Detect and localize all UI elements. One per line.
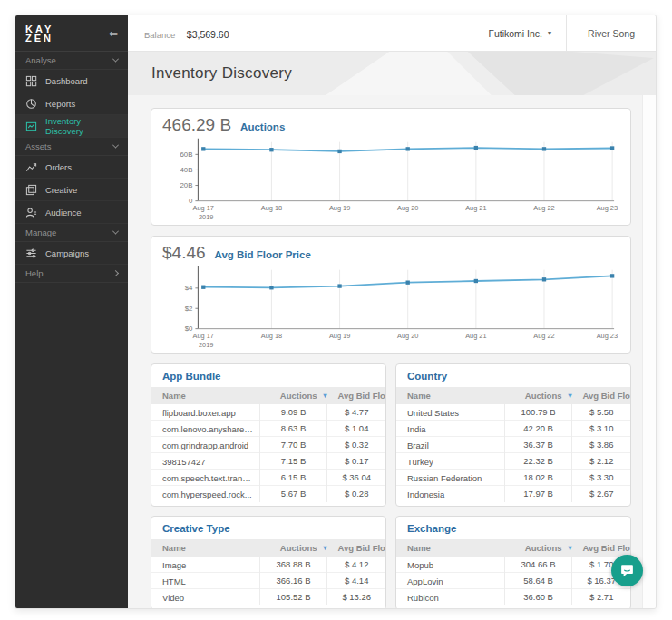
column-header-auctions[interactable]: Auctions▾: [504, 543, 572, 553]
table-row[interactable]: United States100.79 B$ 5.58: [396, 404, 630, 421]
user-menu[interactable]: River Song: [567, 15, 656, 51]
cell-avg-bid: $ 2.67: [571, 486, 630, 502]
breakdown-tables-grid: App BundleNameAuctions▾Avg Bid Flo...fli…: [151, 363, 631, 608]
table-row[interactable]: com.speech.text.trans...6.15 B$ 36.04: [151, 470, 385, 486]
cell-name: Video: [151, 593, 259, 603]
table-row[interactable]: Image368.88 B$ 4.12: [151, 557, 385, 573]
sidebar-collapse-icon[interactable]: ⇐: [109, 27, 118, 40]
svg-text:2019: 2019: [199, 341, 213, 349]
auctions-total-value: 466.29 B: [162, 115, 231, 135]
sort-caret-icon[interactable]: ▾: [568, 544, 571, 552]
column-header-auctions[interactable]: Auctions▾: [259, 543, 327, 553]
svg-text:Aug 23: Aug 23: [597, 204, 618, 212]
cell-name: Turkey: [396, 457, 504, 467]
sort-caret-icon[interactable]: ▾: [323, 544, 326, 552]
sidebar-item-inventory-discovery[interactable]: Inventory Discovery: [15, 115, 128, 138]
cell-auctions: 18.02 B: [504, 470, 572, 486]
table-title: Creative Type: [151, 517, 385, 539]
sidebar-section-analyse[interactable]: Analyse: [15, 52, 128, 70]
sidebar-item-orders[interactable]: Orders: [15, 156, 128, 179]
table-card-app-bundle: App BundleNameAuctions▾Avg Bid Flo...fli…: [151, 363, 386, 507]
cell-avg-bid: $ 3.10: [571, 421, 630, 437]
table-row[interactable]: AppLovin58.64 B$ 16.37: [396, 573, 630, 589]
column-header-avg-bid[interactable]: Avg Bid Flo...: [326, 391, 385, 401]
table-card-country: CountryNameAuctions▾Avg Bid Flo...United…: [395, 363, 631, 507]
table-row[interactable]: flipboard.boxer.app9.09 B$ 4.77: [151, 404, 385, 421]
table-card-creative-type: Creative TypeNameAuctions▾Avg Bid Flo...…: [151, 516, 386, 608]
sort-caret-icon[interactable]: ▾: [568, 392, 571, 400]
table-row[interactable]: HTML366.16 B$ 4.14: [151, 573, 385, 589]
account-selector[interactable]: Futikomi Inc. ▾: [474, 15, 567, 51]
page-header: Inventory Discovery: [128, 52, 656, 95]
audience-icon: [25, 207, 37, 218]
cell-name: Indonesia: [396, 489, 504, 499]
svg-text:40B: 40B: [180, 166, 192, 174]
cell-name: Image: [151, 560, 259, 570]
kayzen-logo: KAY ZEN: [25, 24, 54, 43]
svg-text:Aug 18: Aug 18: [261, 332, 282, 340]
sort-caret-icon[interactable]: ▾: [323, 392, 326, 400]
cell-name: Brazil: [396, 441, 504, 450]
sidebar-section-help[interactable]: Help: [15, 265, 128, 283]
column-header-auctions-label: Auctions: [280, 543, 317, 553]
sidebar-item-reports[interactable]: Reports: [15, 92, 128, 115]
sidebar-item-label: Orders: [45, 162, 72, 172]
cell-auctions: 5.67 B: [259, 486, 327, 502]
column-header-avg-bid[interactable]: Avg Bid Flo...: [571, 391, 630, 401]
table-row[interactable]: Brazil36.37 B$ 3.86: [396, 437, 630, 453]
column-header-avg-bid[interactable]: Avg Bid Flo...: [326, 543, 385, 553]
cell-auctions: 6.15 B: [259, 470, 327, 486]
bid-floor-chart-header: $4.46 Avg Bid Floor Price: [162, 243, 619, 263]
table-row[interactable]: Mopub304.66 B$ 1.70: [396, 557, 630, 573]
cell-name: com.hyperspeed.rock...: [151, 489, 259, 499]
cell-avg-bid: $ 2.71: [571, 589, 630, 605]
scrollbar[interactable]: [642, 95, 656, 608]
column-header-name[interactable]: Name: [151, 391, 259, 401]
table-row[interactable]: Video105.52 B$ 13.26: [151, 589, 385, 605]
sidebar-section-assets[interactable]: Assets: [15, 138, 128, 156]
table-title: Exchange: [396, 517, 630, 539]
chat-button[interactable]: [611, 555, 643, 586]
sidebar-item-audience[interactable]: Audience: [15, 201, 128, 224]
main-body: 466.29 B Auctions 020B40B60BAug 172019Au…: [128, 95, 656, 608]
column-header-auctions[interactable]: Auctions▾: [504, 391, 572, 401]
column-header-avg-bid[interactable]: Avg Bid Flo...: [571, 543, 630, 553]
sidebar-item-campaigns[interactable]: Campaigns: [15, 242, 128, 265]
auctions-line-chart[interactable]: 020B40B60BAug 172019Aug 18Aug 19Aug 20Au…: [162, 136, 619, 225]
table-row[interactable]: com.grindrapp.android7.70 B$ 0.32: [151, 437, 385, 453]
cell-avg-bid: $ 0.32: [326, 437, 385, 453]
table-row[interactable]: Russian Federation18.02 B$ 3.30: [396, 470, 630, 486]
chevron-down-icon: [112, 228, 119, 235]
table-row[interactable]: Rubicon36.60 B$ 2.71: [396, 589, 630, 605]
column-header-name[interactable]: Name: [396, 391, 504, 401]
table-row[interactable]: Indonesia17.97 B$ 2.67: [396, 486, 630, 502]
svg-text:Aug 17: Aug 17: [193, 332, 214, 340]
cell-name: Rubicon: [396, 593, 504, 603]
auctions-chart-title: Auctions: [240, 121, 285, 132]
svg-text:$2: $2: [185, 305, 193, 313]
table-row[interactable]: com.lenovo.anyshare....8.63 B$ 1.04: [151, 421, 385, 437]
bid-floor-line-chart[interactable]: $0$2$4Aug 172019Aug 18Aug 19Aug 20Aug 21…: [162, 264, 619, 353]
column-header-auctions-label: Auctions: [525, 391, 562, 401]
sidebar-item-label: Reports: [45, 99, 75, 109]
content: 466.29 B Auctions 020B40B60BAug 172019Au…: [128, 95, 642, 608]
chevron-down-icon: ▾: [548, 29, 551, 37]
cell-name: HTML: [151, 576, 259, 586]
column-header-name[interactable]: Name: [396, 543, 504, 553]
sidebar-section-manage[interactable]: Manage: [15, 224, 128, 242]
cell-avg-bid: $ 2.12: [571, 453, 630, 470]
sidebar-item-creative[interactable]: Creative: [15, 179, 128, 201]
sidebar-item-dashboard[interactable]: Dashboard: [15, 70, 128, 92]
balance-label: Balance: [144, 30, 175, 40]
column-header-name[interactable]: Name: [151, 543, 259, 553]
table-row[interactable]: com.hyperspeed.rock...5.67 B$ 0.28: [151, 486, 385, 502]
table-header-row: NameAuctions▾Avg Bid Flo...: [151, 387, 385, 404]
topbar: Balance $3,569.60 Futikomi Inc. ▾ River …: [128, 15, 656, 52]
bid-floor-avg-value: $4.46: [162, 243, 206, 263]
table-row[interactable]: 3981574277.15 B$ 0.17: [151, 453, 385, 470]
table-row[interactable]: Turkey22.32 B$ 2.12: [396, 453, 630, 470]
table-row[interactable]: India42.20 B$ 3.10: [396, 421, 630, 437]
sidebar-nav: AnalyseDashboardReportsInventory Discove…: [15, 52, 128, 283]
column-header-auctions[interactable]: Auctions▾: [259, 391, 327, 401]
sidebar-section-label: Manage: [25, 228, 56, 237]
